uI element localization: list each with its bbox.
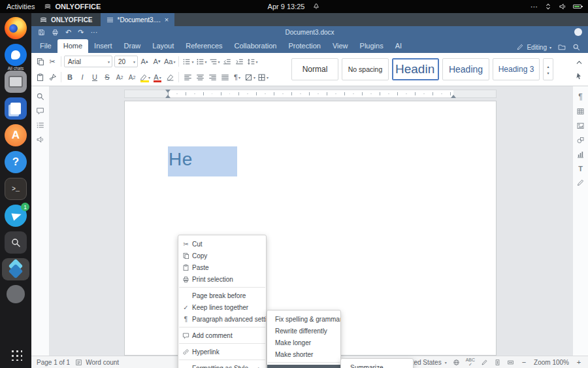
dock-item-documents[interactable]	[2, 97, 29, 120]
clear-style-button[interactable]	[164, 71, 176, 84]
tab-draw[interactable]: Draw	[118, 39, 147, 53]
signature-settings-button[interactable]	[576, 178, 585, 187]
menu-item-print-selection[interactable]: Print selection	[178, 273, 266, 285]
font-name-select[interactable]: Arial▾	[64, 56, 112, 67]
dock-item-terminal[interactable]: >_	[2, 178, 29, 200]
decrease-indent-button[interactable]	[221, 55, 233, 68]
dock-item-partial[interactable]	[2, 285, 29, 303]
menu-item-rewrite-differently[interactable]: Rewrite differently	[267, 325, 340, 337]
collapse-toolbar-button[interactable]	[575, 58, 583, 67]
fit-page-button[interactable]	[494, 359, 501, 366]
horizontal-ruler[interactable]	[124, 90, 497, 98]
menu-item-summarize[interactable]: Summarize	[341, 361, 413, 368]
save-button[interactable]	[38, 29, 45, 36]
style-heading1[interactable]: Headin	[392, 58, 439, 80]
find-replace-button[interactable]	[36, 92, 44, 101]
copy-button[interactable]	[34, 55, 46, 68]
subscript-button[interactable]: A2	[126, 71, 138, 84]
fit-width-button[interactable]	[507, 359, 514, 366]
print-button[interactable]	[52, 29, 59, 36]
hanging-indent-marker[interactable]	[165, 95, 171, 98]
clock[interactable]: Apr 9 13:25	[268, 3, 305, 10]
paragraph-settings-button[interactable]: ¶	[578, 92, 582, 101]
menu-item-copy[interactable]: Copy	[178, 250, 266, 261]
spell-check-button[interactable]: ABC ✓	[466, 358, 475, 367]
menu-item-page-break-before[interactable]: Page break before	[178, 290, 266, 301]
style-heading3[interactable]: Heading 3	[493, 58, 540, 80]
font-size-select[interactable]: 20▾	[114, 56, 138, 67]
highlight-color-button[interactable]: ▾	[139, 71, 151, 84]
dock-item-a-app[interactable]: A	[2, 124, 29, 146]
show-applications-button[interactable]	[2, 343, 29, 365]
cut-button[interactable]: ✂	[46, 55, 58, 68]
heading-text[interactable]: He	[169, 149, 193, 170]
tab-insert[interactable]: Insert	[88, 39, 118, 53]
image-settings-button[interactable]	[576, 122, 585, 130]
feedback-button[interactable]	[36, 135, 44, 144]
menu-item-fix-spelling-grammar[interactable]: Fix spelling & grammar	[267, 313, 340, 325]
table-settings-button[interactable]	[576, 107, 585, 116]
font-color-button[interactable]: A▾	[152, 71, 163, 84]
user-avatar[interactable]	[574, 28, 582, 36]
textart-settings-button[interactable]: T	[578, 165, 583, 173]
tab-home[interactable]: Home	[57, 39, 88, 53]
navigation-panel-button[interactable]	[36, 121, 44, 129]
paste-button[interactable]	[34, 71, 46, 84]
menu-item-text-analysis[interactable]: Text analysis▸	[267, 365, 340, 368]
tab-ai[interactable]: AI	[389, 39, 408, 53]
menu-item-paragraph-advanced-settings[interactable]: ¶Paragraph advanced settings	[178, 313, 266, 325]
increase-indent-button[interactable]	[234, 55, 246, 68]
menu-item-formatting-as-style[interactable]: Formatting as Style▸	[178, 362, 266, 368]
align-left-button[interactable]	[182, 71, 193, 84]
system-tray[interactable]: ⋯	[531, 3, 588, 11]
search-button[interactable]	[572, 43, 580, 51]
multilevel-list-button[interactable]: ▾	[208, 55, 221, 68]
editing-mode-selector[interactable]: Editing ▾	[516, 43, 551, 51]
line-spacing-button[interactable]: ▾	[246, 55, 259, 68]
tab-close-button[interactable]: ×	[165, 16, 169, 24]
nonprinting-characters-button[interactable]: ¶▾	[231, 71, 243, 84]
style-heading2[interactable]: Heading	[442, 58, 489, 80]
track-changes-button[interactable]	[481, 359, 488, 366]
copy-style-button[interactable]	[46, 71, 58, 84]
dock-item-magnifier[interactable]	[2, 231, 29, 254]
notification-bell-icon[interactable]	[312, 3, 320, 10]
increase-font-button[interactable]: A▴	[139, 55, 150, 68]
tab-layout[interactable]: Layout	[146, 39, 180, 53]
tab-document3[interactable]: *Document3.... ×	[101, 13, 175, 26]
borders-button[interactable]: ▾	[257, 71, 269, 84]
align-center-button[interactable]	[194, 71, 206, 84]
dock-item-allchats[interactable]: All chats	[2, 44, 29, 66]
dock-item-help[interactable]: ?	[2, 151, 29, 173]
align-right-button[interactable]	[206, 71, 218, 84]
tab-references[interactable]: References	[180, 39, 228, 53]
menu-item-hyperlink[interactable]: Hyperlink	[178, 346, 266, 358]
dock-item-active-app[interactable]	[2, 258, 29, 280]
zoom-out-button[interactable]: −	[520, 358, 528, 366]
activities-button[interactable]: Activities	[7, 3, 35, 10]
change-case-button[interactable]: Aa▾	[163, 55, 176, 68]
decrease-font-button[interactable]: A▾	[151, 55, 163, 68]
tab-view[interactable]: View	[327, 39, 354, 53]
tab-collaboration[interactable]: Collaboration	[229, 39, 283, 53]
dock-item-firefox[interactable]	[2, 17, 29, 39]
redo-button[interactable]: ↷	[78, 29, 84, 36]
superscript-button[interactable]: A2	[114, 71, 125, 84]
tab-plugins[interactable]: Plugins	[354, 39, 389, 53]
align-justify-button[interactable]	[219, 71, 231, 84]
menu-item-cut[interactable]: ✂Cut	[178, 238, 266, 250]
tab-file[interactable]: File	[34, 39, 57, 53]
menu-item-make-shorter[interactable]: Make shorter	[267, 348, 340, 360]
underline-button[interactable]: U	[89, 71, 101, 84]
style-no-spacing[interactable]: No spacing	[342, 58, 389, 80]
bullets-button[interactable]: ▾	[182, 55, 194, 68]
select-tool-button[interactable]	[575, 72, 583, 80]
tab-onlyoffice-home[interactable]: ONLYOFFICE	[31, 13, 101, 26]
italic-button[interactable]: I	[76, 71, 88, 84]
menu-item-add-comment[interactable]: Add comment	[178, 329, 266, 341]
comments-panel-button[interactable]	[36, 107, 44, 115]
right-indent-marker[interactable]	[451, 95, 456, 98]
document-language-button[interactable]	[453, 359, 460, 366]
zoom-level[interactable]: Zoom 100%	[534, 359, 569, 366]
numbering-button[interactable]: ▾	[195, 55, 208, 68]
